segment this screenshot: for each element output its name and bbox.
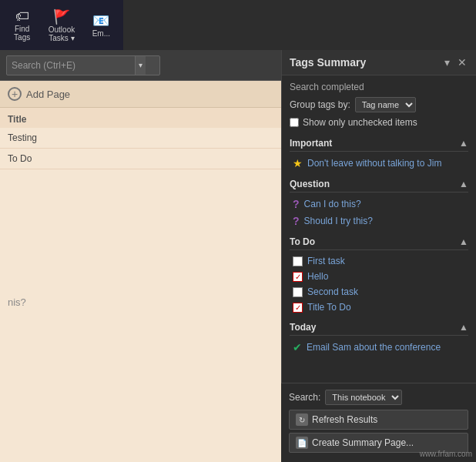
create-summary-icon: 📄 xyxy=(296,437,308,449)
search-completed-text: Search completed xyxy=(290,82,468,92)
find-tags-icon: 🏷 xyxy=(15,8,29,25)
todo-section-header: To Do ▲ xyxy=(290,234,468,250)
tags-panel-close-button[interactable]: ✕ xyxy=(456,56,468,69)
refresh-results-button[interactable]: ↻ Refresh Results xyxy=(289,410,468,430)
checkbox-checked-icon xyxy=(293,272,303,282)
search-input[interactable] xyxy=(12,60,135,71)
email-page-icon: 📧 xyxy=(92,12,109,29)
search-scope-select[interactable]: This notebook xyxy=(325,390,402,405)
toolbar: 🏷 Find Tags 🚩 Outlook Tasks ▾ 📧 Em... xyxy=(0,0,123,50)
tag-item: ? Can I do this? xyxy=(290,196,468,213)
today-section-header: Today ▲ xyxy=(290,320,468,336)
today-section-toggle[interactable]: ▲ xyxy=(459,322,468,333)
important-section-toggle[interactable]: ▲ xyxy=(459,138,468,149)
list-item[interactable]: To Do xyxy=(0,149,281,169)
checkbox-empty-icon xyxy=(293,287,303,297)
add-page-label: Add Page xyxy=(26,89,70,100)
group-by-row: Group tags by: Tag name xyxy=(290,97,468,112)
tag-item: ✔ Email Sam about the conference xyxy=(290,339,468,356)
question-section-title: Question xyxy=(290,179,330,189)
question-icon: ? xyxy=(293,198,300,210)
tag-item-link[interactable]: Second task xyxy=(307,286,358,297)
email-page-label: Em... xyxy=(92,29,110,38)
add-page-bar[interactable]: + Add Page xyxy=(0,81,281,108)
todo-section-title: To Do xyxy=(290,236,315,247)
search-input-wrapper: ▾ xyxy=(6,55,160,75)
search-scope-row: Search: This notebook xyxy=(289,390,468,405)
tags-panel-header: Tags Summary ▾ ✕ xyxy=(282,50,476,75)
tag-item: ★ Don't leave without talking to Jim xyxy=(290,155,468,172)
search-scope-label: Search: xyxy=(289,392,320,403)
add-page-icon: + xyxy=(8,87,22,101)
refresh-results-label: Refresh Results xyxy=(312,414,377,425)
outlook-tasks-label: Outlook Tasks ▾ xyxy=(49,25,75,42)
outlook-tasks-icon: 🚩 xyxy=(53,8,70,25)
tag-item-link[interactable]: Title To Do xyxy=(307,302,351,313)
tag-item: ? Should I try this? xyxy=(290,213,468,229)
create-summary-label: Create Summary Page... xyxy=(312,437,414,448)
group-by-label: Group tags by: xyxy=(290,99,350,110)
hint-text: nis? xyxy=(8,296,26,308)
important-section-title: Important xyxy=(290,138,332,149)
tags-panel-collapse-button[interactable]: ▾ xyxy=(443,56,451,69)
todo-section: To Do ▲ First task Hello Second task Tit… xyxy=(290,234,468,315)
refresh-icon: ↻ xyxy=(296,413,308,426)
tag-item-link[interactable]: Email Sam about the conference xyxy=(307,342,441,353)
show-unchecked-checkbox[interactable] xyxy=(290,118,299,127)
tag-item: Hello xyxy=(290,269,468,284)
find-tags-button[interactable]: 🏷 Find Tags xyxy=(4,4,40,46)
tag-item-link[interactable]: Can I do this? xyxy=(304,199,361,209)
today-section-title: Today xyxy=(290,322,316,333)
important-section-header: Important ▲ xyxy=(290,136,468,152)
important-section: Important ▲ ★ Don't leave without talkin… xyxy=(290,136,468,172)
today-section: Today ▲ ✔ Email Sam about the conference xyxy=(290,320,468,356)
tag-item-link[interactable]: Should I try this? xyxy=(304,216,373,226)
find-tags-label: Find Tags xyxy=(14,25,30,42)
tags-panel-title: Tags Summary xyxy=(290,56,366,69)
tag-item-link[interactable]: First task xyxy=(307,256,345,266)
star-icon: ★ xyxy=(293,157,303,169)
page-list-header: Title xyxy=(0,108,281,128)
tags-content: Search completed Group tags by: Tag name… xyxy=(282,75,476,367)
show-unchecked-row: Show only unchecked items xyxy=(290,117,468,128)
outlook-tasks-button[interactable]: 🚩 Outlook Tasks ▾ xyxy=(43,4,79,46)
question-icon: ? xyxy=(293,215,300,227)
tag-item: Title To Do xyxy=(290,300,468,315)
search-dropdown-button[interactable]: ▾ xyxy=(135,56,146,75)
left-panel: + Add Page Title Testing To Do nis? xyxy=(0,81,281,462)
tag-item: Second task xyxy=(290,284,468,300)
question-section-header: Question ▲ xyxy=(290,176,468,192)
group-by-select[interactable]: Tag name xyxy=(355,97,416,112)
list-item[interactable]: Testing xyxy=(0,128,281,149)
watermark: www.frfam.com xyxy=(420,450,472,458)
tag-item: First task xyxy=(290,253,468,269)
todo-section-toggle[interactable]: ▲ xyxy=(459,236,468,247)
tag-item-link[interactable]: Hello xyxy=(307,271,328,282)
question-section: Question ▲ ? Can I do this? ? Should I t… xyxy=(290,176,468,229)
green-check-icon: ✔ xyxy=(293,341,302,353)
show-unchecked-label: Show only unchecked items xyxy=(303,117,417,128)
checkbox-empty-icon xyxy=(293,256,303,266)
tags-panel-controls: ▾ ✕ xyxy=(443,56,468,69)
tag-item-link[interactable]: Don't leave without talking to Jim xyxy=(307,158,441,169)
search-bar-area: ▾ xyxy=(0,50,281,81)
checkbox-checked-icon xyxy=(293,303,303,313)
email-page-button[interactable]: 📧 Em... xyxy=(83,4,119,46)
question-section-toggle[interactable]: ▲ xyxy=(459,179,468,189)
